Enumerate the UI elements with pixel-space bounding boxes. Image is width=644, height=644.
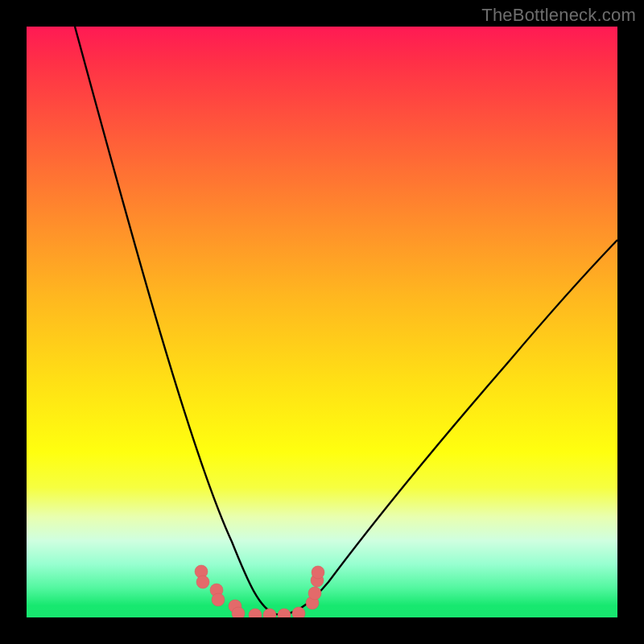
- watermark-text: TheBottleneck.com: [481, 5, 636, 26]
- svg-point-13: [312, 566, 324, 579]
- svg-point-8: [278, 609, 291, 617]
- svg-point-3: [212, 593, 225, 606]
- svg-point-9: [292, 607, 305, 617]
- bottom-markers: [195, 565, 324, 617]
- chart-frame: TheBottleneck.com: [0, 0, 644, 644]
- bottleneck-curve: [75, 27, 617, 614]
- svg-point-11: [308, 587, 321, 600]
- svg-point-1: [196, 576, 209, 588]
- chart-svg: [27, 27, 617, 617]
- svg-point-5: [232, 607, 245, 617]
- svg-point-6: [249, 609, 262, 617]
- plot-area: [27, 27, 617, 617]
- svg-point-7: [263, 609, 276, 617]
